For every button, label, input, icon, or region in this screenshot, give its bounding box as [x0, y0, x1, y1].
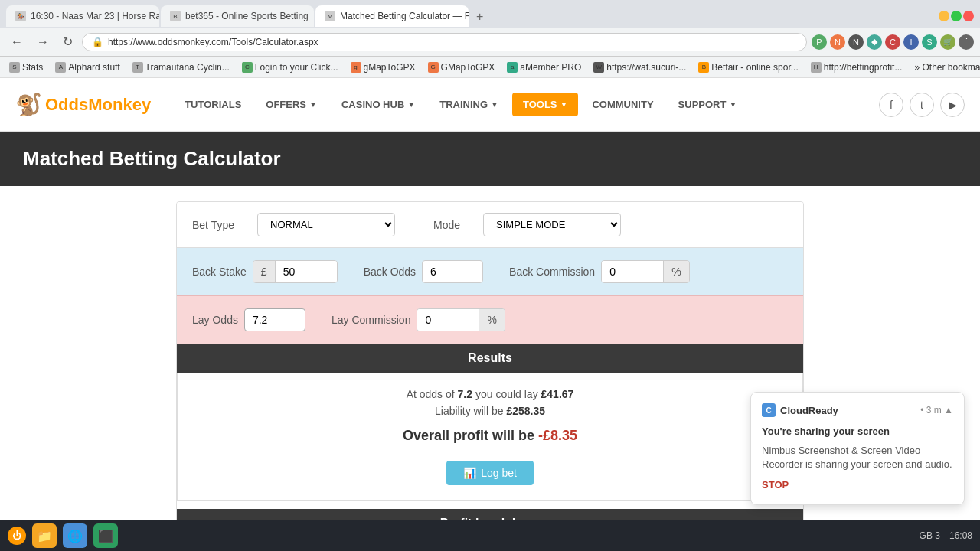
- bookmark-betfair-icon: B: [698, 62, 709, 73]
- extension-icon-2[interactable]: N: [848, 34, 864, 50]
- tab-favicon-3: M: [325, 11, 335, 21]
- results-profit-value: -£8.35: [538, 428, 577, 443]
- nav-tools[interactable]: TOOLS ▼: [512, 93, 578, 116]
- back-stake-group: Back Stake £: [192, 260, 338, 283]
- back-commission-input-wrapper: %: [601, 260, 689, 283]
- bookmark-stats[interactable]: SStats: [6, 60, 46, 74]
- bookmark-tramautana-icon: T: [132, 62, 143, 73]
- cloudready-icon: C: [762, 403, 776, 417]
- bookmark-gmap2[interactable]: GGMapToGPX: [425, 60, 498, 74]
- bookmark-stats-icon: S: [9, 62, 20, 73]
- casino-caret-icon: ▼: [407, 100, 415, 109]
- back-odds-input[interactable]: [422, 260, 483, 283]
- page-title: Matched Betting Calculator: [23, 147, 957, 171]
- nav-training[interactable]: TRAINING ▼: [429, 93, 509, 116]
- nav-support[interactable]: SUPPORT ▼: [668, 93, 748, 116]
- lay-commission-group: Lay Commission %: [332, 308, 505, 331]
- lay-commission-input-wrapper: %: [416, 308, 505, 331]
- bookmark-other[interactable]: » Other bookmarks: [911, 60, 980, 74]
- extension-icon-3[interactable]: ◆: [867, 34, 882, 50]
- lay-odds-input[interactable]: [244, 308, 305, 331]
- lay-commission-input[interactable]: [417, 309, 479, 331]
- twitter-icon[interactable]: t: [910, 93, 934, 117]
- youtube-icon[interactable]: ▶: [940, 93, 965, 117]
- browser-window: 🏇 16:30 - Naas Mar 23 | Horse Ra... ✕ B …: [0, 0, 980, 78]
- logo: 🐒 OddsMonkey: [15, 92, 151, 117]
- back-stake-input[interactable]: [276, 261, 337, 282]
- results-liability-line: Liability will be £258.35: [193, 405, 787, 417]
- profile-icon[interactable]: P: [812, 34, 827, 50]
- back-stake-prefix: £: [253, 261, 276, 282]
- bookmark-betfair[interactable]: BBetfair - online spor...: [695, 60, 801, 74]
- bookmark-click-icon: C: [242, 62, 253, 73]
- bookmark-waf-icon: W: [593, 62, 604, 73]
- bet-type-label: Bet Type: [192, 219, 234, 231]
- mode-label: Mode: [433, 219, 460, 231]
- back-button[interactable]: ←: [6, 34, 28, 51]
- extension-icon-6[interactable]: S: [922, 34, 937, 50]
- bookmark-alphard[interactable]: AAlphard stuff: [52, 60, 122, 74]
- cloud-popup-body: You're sharing your screen Nimbus Screen…: [762, 425, 953, 494]
- back-commission-input[interactable]: [602, 261, 663, 282]
- close-button[interactable]: [963, 11, 974, 21]
- back-section: Back Stake £ Back Odds Back Commission %: [177, 248, 803, 295]
- minimize-button[interactable]: [939, 11, 949, 21]
- results-lay-line: At odds of 7.2 you could lay £41.67: [193, 388, 787, 400]
- cloud-popup-title: C CloudReady: [762, 403, 838, 417]
- facebook-icon[interactable]: f: [879, 93, 903, 117]
- nav-community[interactable]: COMMUNITY: [581, 93, 664, 116]
- extension-icon-7[interactable]: 🛒: [940, 34, 956, 50]
- cloud-popup-heading: You're sharing your screen: [762, 425, 953, 439]
- browser-tab-3[interactable]: M Matched Betting Calculator — F... ✕: [315, 5, 469, 27]
- files-icon: 📁: [37, 529, 52, 543]
- cloud-popup-time: • 3 m ▲: [920, 405, 953, 416]
- extension-icon-5[interactable]: I: [903, 34, 919, 50]
- mode-select[interactable]: SIMPLE MODE ADVANCED MODE: [483, 213, 621, 236]
- stop-sharing-button[interactable]: STOP: [762, 476, 789, 494]
- logo-monkey-icon: 🐒: [15, 92, 42, 117]
- results-lay-odds: 7.2: [458, 388, 472, 400]
- taskbar-files-icon[interactable]: 📁: [32, 523, 57, 548]
- back-stake-input-wrapper: £: [253, 260, 338, 283]
- browser-tab-1[interactable]: 🏇 16:30 - Naas Mar 23 | Horse Ra... ✕: [6, 5, 159, 27]
- new-tab-button[interactable]: +: [470, 7, 489, 27]
- results-title: Results: [192, 351, 788, 365]
- main-content: Bet Type NORMAL EACH WAY SNB Mode SIMPLE…: [145, 186, 835, 551]
- nav-offers[interactable]: OFFERS ▼: [255, 93, 328, 116]
- bet-type-select[interactable]: NORMAL EACH WAY SNB: [257, 213, 395, 236]
- training-caret-icon: ▼: [491, 100, 498, 109]
- browser-titlebar: 🏇 16:30 - Naas Mar 23 | Horse Ra... ✕ B …: [0, 0, 980, 28]
- calculator-form: Bet Type NORMAL EACH WAY SNB Mode SIMPLE…: [176, 201, 804, 551]
- results-body: At odds of 7.2 you could lay £41.67 Liab…: [177, 373, 803, 501]
- cloud-popup-header: C CloudReady • 3 m ▲: [762, 403, 953, 417]
- extension-icon-1[interactable]: N: [830, 34, 845, 50]
- bookmark-bettingprofit[interactable]: Hhttp://bettingprofit...: [808, 60, 906, 74]
- back-commission-group: Back Commission %: [509, 260, 689, 283]
- cloud-popup-caret[interactable]: ▲: [944, 405, 953, 416]
- reload-button[interactable]: ↻: [58, 33, 77, 51]
- taskbar-gb-label: GB 3: [920, 530, 940, 541]
- tab-favicon-1: 🏇: [15, 11, 26, 21]
- bookmark-gmap1[interactable]: ggMapToGPX: [348, 60, 419, 74]
- lay-odds-label: Lay Odds: [192, 314, 238, 326]
- lay-commission-label: Lay Commission: [332, 314, 410, 326]
- taskbar-right: GB 3 16:08: [920, 530, 972, 541]
- taskbar-browser-icon[interactable]: 🌐: [63, 523, 87, 548]
- bookmark-tramautana[interactable]: TTramautana Cyclin...: [129, 60, 233, 74]
- cloud-popup-text: Nimbus Screenshot & Screen Video Recorde…: [762, 444, 953, 471]
- forward-button[interactable]: →: [32, 34, 54, 51]
- browser-icon: 🌐: [67, 529, 83, 543]
- maximize-button[interactable]: [951, 11, 962, 21]
- bookmark-waf[interactable]: Whttps://waf.sucuri-...: [590, 60, 689, 74]
- address-bar[interactable]: 🔒 https://www.oddsmonkey.com/Tools/Calcu…: [82, 33, 807, 51]
- bookmark-alphard-icon: A: [55, 62, 66, 73]
- nav-tutorials[interactable]: TUTORIALS: [174, 93, 252, 116]
- taskbar-terminal-icon[interactable]: ⬛: [93, 523, 118, 548]
- bookmark-amember[interactable]: aaMember PRO: [504, 60, 584, 74]
- extension-icon-8[interactable]: ⋮: [959, 34, 974, 50]
- log-bet-button[interactable]: 📊 Log bet: [446, 461, 534, 485]
- browser-tab-2[interactable]: B bet365 - Online Sports Betting ✕: [161, 5, 314, 27]
- extension-icon-4[interactable]: C: [885, 34, 900, 50]
- nav-casino-hub[interactable]: CASINO HUB ▼: [331, 93, 426, 116]
- bookmark-click[interactable]: CLogin to your Click...: [239, 60, 341, 74]
